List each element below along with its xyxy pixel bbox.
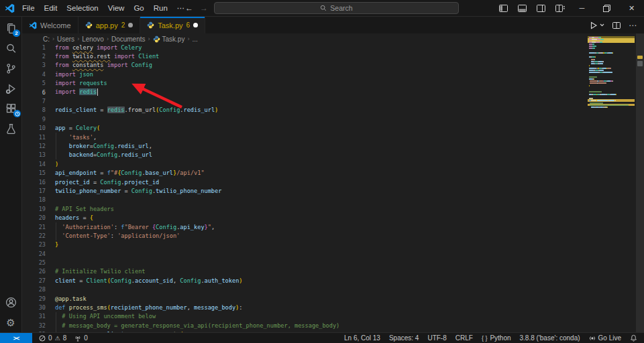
command-center-search[interactable]: Search [214,2,459,14]
code-line[interactable]: 6import redis [22,88,588,96]
tab-task-py[interactable]: Task.py6 [140,17,205,33]
breadcrumb-item-taskpy[interactable]: Task.py [153,36,185,43]
explorer-icon[interactable]: 2 [0,18,21,38]
python-interpreter[interactable]: 3.8.8 ('base': conda) [520,334,580,342]
tab-welcome[interactable]: Welcome [22,17,78,33]
code-line[interactable]: 16project_id = Config.project_id [22,178,588,186]
nav-forward-icon[interactable]: → [200,3,208,13]
minimap-line [597,100,608,101]
explorer-badge: 2 [13,29,20,37]
code-token: api_endpoint [55,169,97,176]
minimap-line [599,70,604,71]
code-line[interactable]: 30def process_sms(recipient_phone_number… [22,303,588,312]
split-editor-icon[interactable] [612,22,621,29]
line-number: 21 [22,224,46,230]
line-number: 31 [22,313,46,320]
breadcrumb-item-c[interactable]: C: [43,36,50,43]
code-line[interactable]: 17twilio_phone_number = Config.twilio_ph… [22,186,588,195]
eol-sequence[interactable]: CRLF [455,334,473,342]
breadcrumb-item-[interactable]: ... [192,36,197,43]
code-line[interactable]: 5import requests [22,79,588,88]
problems-indicator[interactable]: 0 ⚠ 8 [39,334,66,342]
run-debug-icon[interactable] [0,78,21,98]
menu-item-edit[interactable]: Edit [40,2,62,14]
nav-back-icon[interactable]: ← [185,3,193,13]
code-line[interactable]: 10app = Celery( [22,124,588,133]
menu-item-view[interactable]: View [103,2,129,14]
ports-indicator[interactable]: 0 [74,334,88,342]
close-window-button[interactable]: ✕ [619,0,644,16]
code-line[interactable]: 8redis_client = redis.from_url(Config.re… [22,106,588,115]
code-line[interactable]: 24 [22,249,588,258]
error-count: 0 [48,334,52,342]
code-line[interactable]: 2from twilio.rest import Client [22,52,588,60]
code-line[interactable]: 15api_endpoint = f"#{Config.base_url}/ap… [22,168,588,177]
code-token: "Bearer [125,224,152,230]
code-line[interactable]: 20headers = { [22,213,588,222]
code-line[interactable]: 13 backend=Config.redis_url [22,151,588,159]
code-line[interactable]: 23} [22,241,588,249]
code-line[interactable]: 11 'tasks', [22,133,588,141]
restore-button[interactable] [594,0,619,16]
language-mode[interactable]: { } Python [482,334,511,342]
source-control-icon[interactable] [0,58,21,78]
code-token: account_sid [135,277,173,284]
code-line[interactable]: 31 # Using API uncomment below [22,312,588,321]
minimize-button[interactable]: ─ [570,0,594,16]
extensions-icon[interactable] [0,98,21,119]
accounts-icon[interactable] [0,292,21,312]
code-line[interactable]: 7 [22,96,588,105]
code-line[interactable]: 3from constants import Config [22,61,588,70]
breadcrumb-item-users[interactable]: Users [57,36,74,43]
encoding[interactable]: UTF-8 [427,334,446,342]
code-line[interactable]: 9 [22,115,588,123]
code-text: # Using API uncomment below [55,313,156,320]
line-number: 29 [22,295,46,302]
menu-item-selection[interactable]: Selection [62,2,103,14]
search-sidebar-icon[interactable] [0,38,21,58]
breadcrumb-item-lenovo[interactable]: Lenovo [82,36,104,43]
code-line[interactable]: 29@app.task [22,294,588,303]
code-line[interactable]: 32 # message_body = generate_response_vi… [22,321,588,330]
toggle-sidebar-icon[interactable] [499,5,508,12]
menu-item-file[interactable]: File [17,2,40,14]
code-line[interactable]: 27client = Client(Config.account_sid, Co… [22,276,588,285]
cursor-position[interactable]: Ln 6, Col 13 [344,334,380,342]
code-editor[interactable]: 1from celery import Celery2from twilio.r… [22,43,588,339]
indentation[interactable]: Spaces: 4 [389,334,419,342]
code-text: # message_body = generate_response_via_a… [55,322,339,329]
run-python-file-icon[interactable] [590,21,604,29]
code-line[interactable]: 18 [22,196,588,204]
code-token: @app.task [55,295,87,302]
menu-item-go[interactable]: Go [129,2,148,14]
code-line[interactable]: 22 'Content-Type': 'application/json' [22,231,588,240]
notifications-bell-icon[interactable] [630,334,637,342]
code-text: api_endpoint = f"#{Config.base_url}/api/… [55,169,205,176]
go-live-button[interactable]: Go Live [589,334,621,342]
menu-item-run[interactable]: Run [149,2,172,14]
code-line[interactable]: 21 'Authorization': f"Bearer {Config.api… [22,222,588,231]
code-line[interactable]: 12 broker=Config.redis_url, [22,141,588,150]
toggle-secondary-sidebar-icon[interactable] [537,5,545,12]
line-number: 16 [22,179,46,186]
minimap[interactable] [588,33,644,332]
code-line[interactable]: 14) [22,159,588,168]
code-line[interactable]: 25 [22,258,588,267]
modified-dot-icon[interactable] [128,23,133,27]
customize-layout-icon[interactable] [555,5,565,12]
code-line[interactable]: 26# Initialize Twilio client [22,267,588,276]
tab-app-py[interactable]: app.py2 [78,17,141,33]
code-token: Config [180,277,201,284]
testing-icon[interactable] [0,119,21,139]
code-line[interactable]: 4import json [22,70,588,78]
breadcrumb-item-documents[interactable]: Documents [111,36,146,43]
editor-more-actions-icon[interactable]: ⋯ [629,21,637,30]
code-line[interactable]: 19# API Set headers [22,204,588,213]
scrollbar-track[interactable] [636,33,644,332]
code-line[interactable]: 1from celery import Celery [22,43,588,52]
remote-indicator[interactable]: >< [0,333,32,343]
settings-gear-icon[interactable]: ⚙ [0,312,21,332]
toggle-panel-icon[interactable] [518,5,527,12]
code-line[interactable]: 28 [22,285,588,294]
modified-dot-icon[interactable] [193,23,198,27]
